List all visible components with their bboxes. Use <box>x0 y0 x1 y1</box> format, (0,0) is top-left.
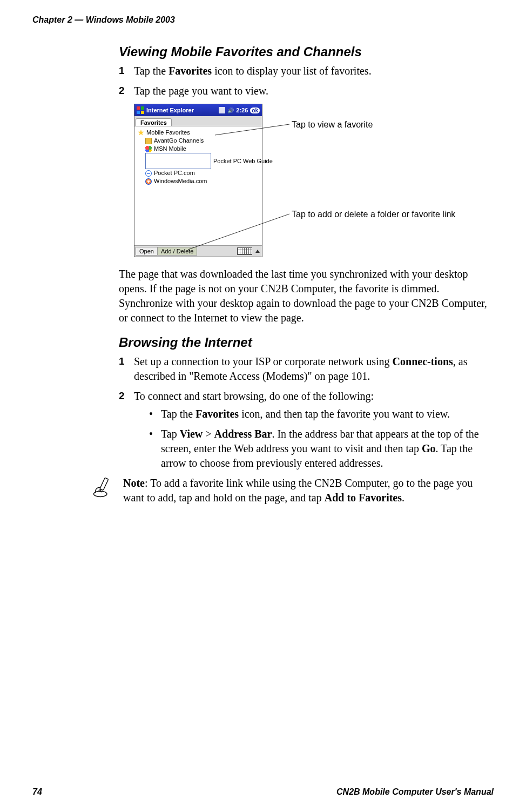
running-header: Chapter 2 — Windows Mobile 2003 <box>32 15 494 25</box>
app-title: Internet Explorer <box>146 107 194 113</box>
ok-button[interactable]: ok <box>250 108 260 113</box>
volume-icon[interactable] <box>227 107 234 113</box>
note-text: Note: To add a favorite link while using… <box>123 476 494 505</box>
step-text-bold: Favorites <box>168 65 212 77</box>
steps-browsing: 1 Set up a connection to your ISP or cor… <box>119 354 494 471</box>
media-icon <box>145 178 152 185</box>
step-text: Tap the <box>134 65 168 77</box>
tree-label: WindowsMedia.com <box>154 177 207 185</box>
favorites-tree: Mobile Favorites AvantGo Channels MSN Mo… <box>134 126 262 187</box>
step-1: 1 Tap the Favorites icon to display your… <box>119 64 494 78</box>
step-text-bold: Connec-tions <box>393 355 453 367</box>
bullet-text-bold: Address Bar <box>214 428 272 440</box>
note: Note: To add a favorite link while using… <box>92 476 494 505</box>
tab-favorites[interactable]: Favorites <box>136 118 172 126</box>
pocket-pc-window: Internet Explorer 2:26 ok Favorites Mobi… <box>134 104 262 257</box>
heading-browsing-internet: Browsing the Internet <box>119 335 494 350</box>
step-text: Tap the page you want to view. <box>134 85 268 97</box>
paragraph: The page that was downloaded the last ti… <box>119 267 494 325</box>
keyboard-icon[interactable] <box>237 247 252 255</box>
tree-label: Pocket PC Web Guide <box>213 157 273 165</box>
step-number: 2 <box>119 84 125 98</box>
tree-item[interactable]: MSN Mobile <box>138 145 259 153</box>
sub-bullets: Tap the Favorites icon, and then tap the… <box>149 407 494 471</box>
open-button[interactable]: Open <box>136 247 158 256</box>
svg-rect-3 <box>100 478 109 491</box>
step-text: To connect and start browsing, do one of… <box>134 390 374 402</box>
callout-view-favorite: Tap to view a favorite <box>292 120 373 130</box>
step-2: 2 Tap the page you want to view. <box>119 84 494 98</box>
connectivity-icon[interactable] <box>219 107 225 113</box>
bullet-text-bold: Favorites <box>195 408 239 420</box>
bullet-text-bold: Go <box>422 442 436 454</box>
step-1: 1 Set up a connection to your ISP or cor… <box>119 354 494 384</box>
note-body: : To add a favorite link while using the… <box>123 477 473 504</box>
tree-item[interactable]: Pocket PC Web Guide <box>138 153 259 169</box>
step-2: 2 To connect and start browsing, do one … <box>119 389 494 471</box>
tree-root[interactable]: Mobile Favorites <box>138 129 259 137</box>
sip-up-icon[interactable] <box>255 250 260 253</box>
note-bold: Add to Favorites <box>325 492 402 504</box>
step-number: 1 <box>119 354 125 368</box>
titlebar: Internet Explorer 2:26 ok <box>134 104 262 116</box>
note-label: Note <box>123 477 145 489</box>
folder-icon <box>145 138 152 144</box>
bullet-item: Tap the Favorites icon, and then tap the… <box>149 407 494 421</box>
start-icon[interactable] <box>137 106 144 114</box>
tree-label: AvantGo Channels <box>154 137 204 145</box>
bullet-item: Tap View > Address Bar. In the address b… <box>149 427 494 471</box>
steps-viewing: 1 Tap the Favorites icon to display your… <box>119 64 494 98</box>
callout-add-delete: Tap to add or delete a folder or favorit… <box>292 210 455 219</box>
note-pencil-icon <box>92 476 114 501</box>
tree-label: Pocket PC.com <box>154 169 195 177</box>
tab-bar: Favorites <box>134 116 262 126</box>
page-number: 74 <box>32 787 42 797</box>
page-icon <box>145 153 211 169</box>
tree-label: Mobile Favorites <box>146 129 190 137</box>
add-delete-button[interactable]: Add / Delete <box>157 247 198 256</box>
page: Chapter 2 — Windows Mobile 2003 Viewing … <box>0 0 526 812</box>
footer: 74 CN2B Mobile Computer User's Manual <box>32 787 494 797</box>
heading-viewing-favorites: Viewing Mobile Favorites and Channels <box>119 44 494 59</box>
figure-pocket-ie: Internet Explorer 2:26 ok Favorites Mobi… <box>134 104 494 259</box>
ie-icon <box>145 170 152 177</box>
step-number: 1 <box>119 64 125 78</box>
clock: 2:26 <box>236 107 248 113</box>
main-content: Viewing Mobile Favorites and Channels 1 … <box>119 44 494 505</box>
msn-icon <box>145 146 152 152</box>
bullet-text: icon, and then tap the favorite you want… <box>239 408 450 420</box>
tree-item[interactable]: Pocket PC.com <box>138 169 259 177</box>
star-icon <box>138 130 144 136</box>
step-text: Set up a connection to your ISP or corpo… <box>134 355 393 367</box>
manual-title: CN2B Mobile Computer User's Manual <box>336 787 494 797</box>
bullet-text: Tap <box>161 428 180 440</box>
command-bar: Open Add / Delete <box>134 245 262 257</box>
step-text: icon to display your list of favorites. <box>212 65 372 77</box>
tree-item[interactable]: WindowsMedia.com <box>138 177 259 185</box>
tree-label: MSN Mobile <box>154 145 186 153</box>
tree-item[interactable]: AvantGo Channels <box>138 137 259 145</box>
bullet-text: Tap the <box>161 408 195 420</box>
bullet-text-bold: View <box>180 428 203 440</box>
note-body: . <box>402 492 404 504</box>
bullet-text: > <box>203 428 214 440</box>
step-number: 2 <box>119 389 125 403</box>
